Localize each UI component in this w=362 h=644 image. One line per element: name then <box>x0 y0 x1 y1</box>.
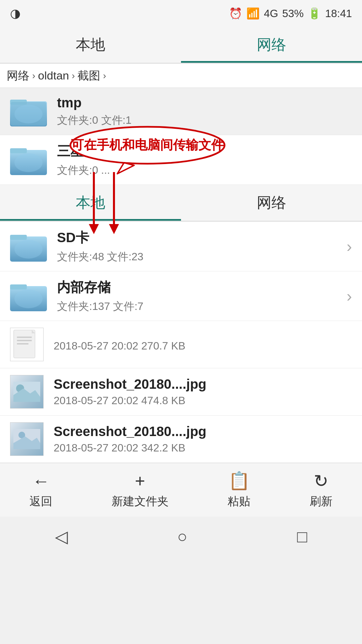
back-button[interactable]: ← 返回 <box>29 471 52 509</box>
file-thumb-3 <box>10 422 44 456</box>
back-icon: ← <box>32 471 50 491</box>
clock-icon: ⏰ <box>229 7 242 20</box>
file-info-sanxing: 三星 文件夹:0 ... <box>57 142 352 178</box>
file-meta-sd: 文件夹:48 文件:23 <box>57 250 340 264</box>
file-name-sanxing: 三星 <box>57 142 352 160</box>
nav-recent-button[interactable]: □ <box>297 527 307 546</box>
file-meta-internal: 文件夹:137 文件:7 <box>57 299 340 314</box>
storage-item-internal[interactable]: 内部存储 文件夹:137 文件:7 › <box>0 271 362 321</box>
file-name-sd: SD卡 <box>57 228 340 247</box>
refresh-button[interactable]: ↻ 刷新 <box>310 471 333 509</box>
status-right: ⏰ 📶 4G 53% 🔋 18:41 <box>229 7 352 20</box>
file-name-3: Screenshot_20180....jpg <box>54 424 352 439</box>
file-name-internal: 内部存储 <box>57 278 340 297</box>
battery-text: 53% <box>282 7 304 20</box>
new-folder-button[interactable]: + 新建文件夹 <box>112 471 169 509</box>
paste-icon: 📋 <box>228 471 250 491</box>
file-name-tmp: tmp <box>57 95 352 110</box>
breadcrumb-arrow-2: › <box>72 70 75 81</box>
breadcrumb-arrow-3: › <box>103 70 106 81</box>
svg-rect-23 <box>17 340 32 341</box>
breadcrumb-arrow-1: › <box>32 70 35 81</box>
nav-home-button[interactable]: ○ <box>177 527 187 546</box>
chevron-sd: › <box>347 237 352 256</box>
svg-point-7 <box>14 153 43 172</box>
file-item-1[interactable]: 2018-05-27 20:02 270.7 KB <box>0 321 362 368</box>
svg-point-19 <box>14 289 43 308</box>
tab-network[interactable]: 网络 <box>181 27 362 63</box>
status-icon: ◑ <box>10 6 20 20</box>
folder-item-sanxing[interactable]: 三星 文件夹:0 ... 可在手机和电脑间传输文件 <box>0 135 362 185</box>
file-thumb-2 <box>10 375 44 409</box>
svg-point-4 <box>14 105 43 123</box>
file-info-tmp: tmp 文件夹:0 文件:1 <box>57 95 352 128</box>
file-item-3[interactable]: Screenshot_20180....jpg 2018-05-27 20:02… <box>0 416 362 463</box>
file-meta-1: 2018-05-27 20:02 270.7 KB <box>54 340 352 352</box>
breadcrumb-screenshots[interactable]: 截图 <box>77 68 100 84</box>
file-meta-3: 2018-05-27 20:02 342.2 KB <box>54 442 352 454</box>
nav-back-button[interactable]: ◁ <box>55 527 68 546</box>
nav-bar: ◁ ○ □ <box>0 517 362 557</box>
refresh-icon: ↻ <box>314 471 328 491</box>
file-info-1: 2018-05-27 20:02 270.7 KB <box>54 337 352 352</box>
bottom-bar: ← 返回 + 新建文件夹 📋 粘贴 ↻ 刷新 <box>0 463 362 517</box>
top-tabs: 本地 网络 <box>0 27 362 64</box>
new-folder-icon: + <box>135 471 145 491</box>
folder-icon-tmp <box>10 95 47 128</box>
status-bar: ◑ ⏰ 📶 4G 53% 🔋 18:41 <box>0 0 362 27</box>
inner-tab-network[interactable]: 网络 <box>181 185 362 221</box>
svg-point-16 <box>14 240 43 259</box>
inner-tabs: 本地 网络 <box>0 185 362 222</box>
folder-icon-sd <box>10 230 47 263</box>
paste-button[interactable]: 📋 粘贴 <box>228 471 250 509</box>
file-info-2: Screenshot_20180....jpg 2018-05-27 20:02… <box>54 377 352 407</box>
file-info-sd: SD卡 文件夹:48 文件:23 <box>57 228 340 264</box>
refresh-label: 刷新 <box>310 494 333 509</box>
tab-local[interactable]: 本地 <box>0 27 181 63</box>
breadcrumb-oldtan[interactable]: oldtan <box>38 69 69 82</box>
folder-icon-sanxing <box>10 143 47 177</box>
folder-icon-internal <box>10 279 47 313</box>
breadcrumb: 网络 › oldtan › 截图 › <box>0 64 362 88</box>
signal-text: 4G <box>264 7 278 20</box>
file-meta-sanxing: 文件夹:0 ... <box>57 163 352 178</box>
file-meta-2: 2018-05-27 20:02 474.8 KB <box>54 394 352 407</box>
svg-rect-6 <box>10 148 27 153</box>
time-display: 18:41 <box>325 7 352 20</box>
file-name-2: Screenshot_20180....jpg <box>54 377 352 392</box>
svg-rect-24 <box>17 343 28 344</box>
back-label: 返回 <box>29 494 52 509</box>
new-folder-label: 新建文件夹 <box>112 494 169 509</box>
storage-item-sd[interactable]: SD卡 文件夹:48 文件:23 › <box>0 222 362 271</box>
file-info-3: Screenshot_20180....jpg 2018-05-27 20:02… <box>54 424 352 454</box>
battery-icon: 🔋 <box>308 7 321 20</box>
chevron-internal: › <box>347 287 352 305</box>
file-info-internal: 内部存储 文件夹:137 文件:7 <box>57 278 340 314</box>
svg-rect-22 <box>17 337 32 338</box>
folder-item-tmp[interactable]: tmp 文件夹:0 文件:1 <box>0 88 362 135</box>
file-item-2[interactable]: Screenshot_20180....jpg 2018-05-27 20:02… <box>0 368 362 416</box>
file-list-top: tmp 文件夹:0 文件:1 三星 文件夹:0 ... <box>0 88 362 185</box>
storage-list: SD卡 文件夹:48 文件:23 › 内部存储 文件夹:137 文件:7 <box>0 222 362 463</box>
svg-rect-18 <box>10 284 27 289</box>
file-meta-tmp: 文件夹:0 文件:1 <box>57 113 352 128</box>
svg-rect-15 <box>10 235 27 240</box>
inner-tab-local[interactable]: 本地 <box>0 185 181 221</box>
wifi-icon: 📶 <box>246 7 260 20</box>
file-thumb-1 <box>10 328 44 361</box>
breadcrumb-network[interactable]: 网络 <box>7 68 29 84</box>
paste-label: 粘贴 <box>228 494 250 509</box>
